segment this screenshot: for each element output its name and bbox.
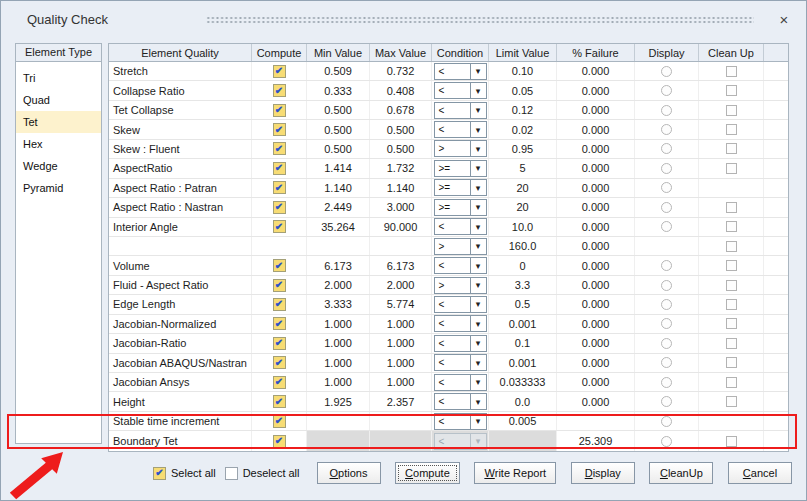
display-button[interactable]: Display	[571, 462, 635, 484]
condition-dropdown[interactable]: >=▾	[434, 160, 487, 177]
element-type-item-wedge[interactable]: Wedge	[16, 155, 101, 177]
display-radio[interactable]	[661, 221, 672, 232]
display-radio[interactable]	[661, 396, 672, 407]
display-radio[interactable]	[661, 105, 672, 116]
cleanup-checkbox[interactable]	[726, 357, 737, 368]
limit-value-cell[interactable]: 0.0	[489, 392, 557, 410]
condition-dropdown[interactable]: <▾	[434, 296, 487, 313]
cleanup-checkbox[interactable]	[726, 85, 737, 96]
display-radio[interactable]	[661, 85, 672, 96]
condition-dropdown[interactable]: <▾	[434, 102, 487, 119]
display-radio[interactable]	[661, 66, 672, 77]
condition-dropdown[interactable]: <▾	[434, 393, 487, 410]
display-radio[interactable]	[661, 124, 672, 135]
display-radio[interactable]	[661, 299, 672, 310]
compute-checkbox[interactable]: ✔	[273, 201, 286, 214]
drag-handle-dots-icon[interactable]	[206, 16, 754, 24]
limit-value-cell[interactable]: 3.3	[489, 276, 557, 294]
compute-checkbox[interactable]: ✔	[273, 279, 286, 292]
compute-checkbox[interactable]: ✔	[273, 84, 286, 97]
display-radio[interactable]	[661, 436, 672, 447]
display-radio[interactable]	[661, 357, 672, 368]
compute-checkbox[interactable]: ✔	[273, 356, 286, 369]
compute-checkbox[interactable]: ✔	[273, 259, 286, 272]
compute-button[interactable]: Compute	[395, 462, 460, 484]
cleanup-checkbox[interactable]	[726, 280, 737, 291]
cleanup-checkbox[interactable]	[726, 105, 737, 116]
limit-value-cell[interactable]: 0.1	[489, 334, 557, 352]
cleanup-checkbox[interactable]	[726, 163, 737, 174]
cleanup-checkbox[interactable]	[726, 338, 737, 349]
cleanup-checkbox[interactable]	[726, 221, 737, 232]
element-type-item-quad[interactable]: Quad	[16, 89, 101, 111]
condition-dropdown[interactable]: >▾	[434, 140, 487, 157]
limit-value-cell[interactable]: 0.10	[489, 62, 557, 80]
limit-value-cell[interactable]: 10.0	[489, 218, 557, 236]
compute-checkbox[interactable]: ✔	[273, 181, 286, 194]
limit-value-cell[interactable]: 20	[489, 198, 557, 216]
condition-dropdown[interactable]: <▾	[434, 374, 487, 391]
cancel-button[interactable]: Cancel	[728, 462, 792, 484]
limit-value-cell[interactable]: 0.12	[489, 101, 557, 119]
condition-dropdown[interactable]: >▾	[434, 277, 487, 294]
compute-checkbox[interactable]: ✔	[273, 162, 286, 175]
limit-value-cell[interactable]: 0.5	[489, 295, 557, 313]
limit-value-cell[interactable]: 0	[489, 256, 557, 274]
compute-checkbox[interactable]: ✔	[273, 376, 286, 389]
display-radio[interactable]	[661, 280, 672, 291]
cleanup-checkbox[interactable]	[726, 241, 737, 252]
condition-dropdown[interactable]: >=▾	[434, 179, 487, 196]
element-type-item-tri[interactable]: Tri	[16, 67, 101, 89]
condition-dropdown[interactable]: <▾	[434, 315, 487, 332]
cleanup-checkbox[interactable]	[726, 299, 737, 310]
limit-value-cell[interactable]: 0.005	[489, 412, 557, 430]
condition-dropdown[interactable]: <▾	[434, 63, 487, 80]
condition-dropdown[interactable]: <▾	[434, 354, 487, 371]
limit-value-cell[interactable]: 0.95	[489, 140, 557, 158]
compute-checkbox[interactable]: ✔	[273, 123, 286, 136]
condition-dropdown[interactable]: >=▾	[434, 199, 487, 216]
condition-dropdown[interactable]: <▾	[434, 335, 487, 352]
cleanup-checkbox[interactable]	[726, 66, 737, 77]
compute-checkbox[interactable]: ✔	[273, 104, 286, 117]
compute-checkbox[interactable]: ✔	[273, 298, 286, 311]
element-type-item-tet[interactable]: Tet	[16, 111, 101, 133]
display-radio[interactable]	[661, 338, 672, 349]
compute-checkbox[interactable]: ✔	[273, 65, 286, 78]
condition-dropdown[interactable]: <▾	[434, 413, 487, 430]
select-all-checkbox[interactable]: ✔	[153, 467, 166, 480]
element-type-item-pyramid[interactable]: Pyramid	[16, 177, 101, 199]
close-button[interactable]: ×	[774, 9, 794, 29]
cleanup-checkbox[interactable]	[726, 396, 737, 407]
compute-checkbox[interactable]: ✔	[273, 395, 286, 408]
display-radio[interactable]	[661, 182, 672, 193]
element-type-item-hex[interactable]: Hex	[16, 133, 101, 155]
cleanup-checkbox[interactable]	[726, 260, 737, 271]
limit-value-cell[interactable]: 5	[489, 159, 557, 177]
cleanup-checkbox[interactable]	[726, 143, 737, 154]
limit-value-cell[interactable]: 0.033333	[489, 373, 557, 391]
compute-checkbox[interactable]: ✔	[273, 337, 286, 350]
condition-dropdown[interactable]: <▾	[434, 218, 487, 235]
display-radio[interactable]	[661, 318, 672, 329]
condition-dropdown[interactable]: <▾	[434, 121, 487, 138]
cleanup-checkbox[interactable]	[726, 377, 737, 388]
limit-value-cell[interactable]: 0.001	[489, 315, 557, 333]
deselect-all-checkbox[interactable]	[225, 467, 238, 480]
display-radio[interactable]	[661, 416, 672, 427]
limit-value-cell[interactable]: 0.001	[489, 354, 557, 372]
display-radio[interactable]	[661, 260, 672, 271]
compute-checkbox[interactable]: ✔	[273, 142, 286, 155]
condition-dropdown[interactable]: <▾	[434, 82, 487, 99]
compute-checkbox[interactable]: ✔	[273, 435, 286, 448]
display-radio[interactable]	[661, 163, 672, 174]
limit-value-cell[interactable]: 20	[489, 179, 557, 197]
cleanup-checkbox[interactable]	[726, 124, 737, 135]
condition-dropdown[interactable]: <▾	[434, 257, 487, 274]
cleanup-button[interactable]: CleanUp	[649, 462, 713, 484]
compute-checkbox[interactable]: ✔	[273, 317, 286, 330]
limit-value-cell[interactable]: 0.05	[489, 81, 557, 99]
display-radio[interactable]	[661, 377, 672, 388]
compute-checkbox[interactable]: ✔	[273, 220, 286, 233]
limit-value-cell[interactable]: 0.02	[489, 120, 557, 138]
